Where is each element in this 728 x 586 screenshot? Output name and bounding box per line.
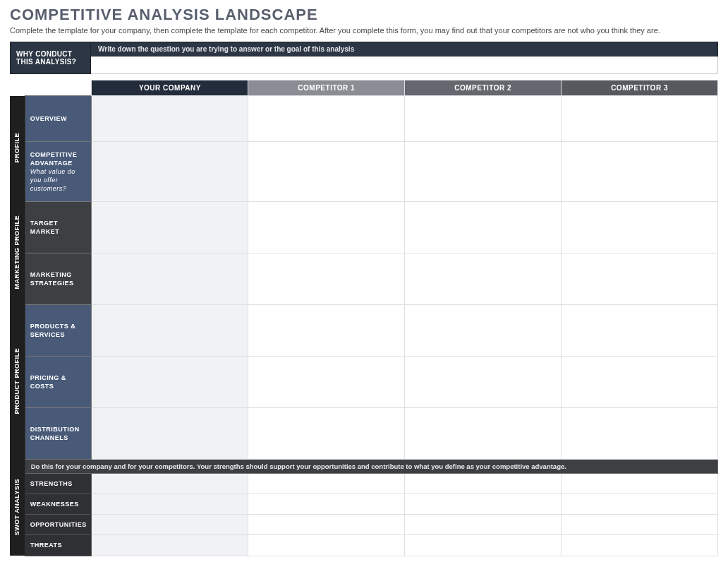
target-comp2[interactable] bbox=[405, 202, 562, 253]
section-profile: PROFILE bbox=[10, 96, 25, 202]
row-marketing-strategies: MARKETING STRATEGIES bbox=[25, 253, 92, 305]
distribution-company[interactable] bbox=[92, 408, 248, 460]
pricing-comp2[interactable] bbox=[405, 357, 562, 408]
strategies-company[interactable] bbox=[92, 253, 248, 305]
section-marketing: MARKETING PROFILE bbox=[10, 202, 25, 305]
overview-comp1[interactable] bbox=[248, 96, 405, 142]
pricing-comp3[interactable] bbox=[562, 357, 718, 408]
page-title: COMPETITIVE ANALYSIS LANDSCAPE bbox=[10, 6, 718, 24]
threats-comp1[interactable] bbox=[248, 535, 405, 556]
strengths-company[interactable] bbox=[92, 474, 248, 494]
strengths-comp2[interactable] bbox=[405, 474, 562, 494]
advantage-comp2[interactable] bbox=[405, 142, 562, 202]
distribution-comp1[interactable] bbox=[248, 408, 405, 460]
pricing-company[interactable] bbox=[92, 357, 248, 408]
overview-comp2[interactable] bbox=[405, 96, 562, 142]
col-competitor-2: COMPETITOR 2 bbox=[405, 80, 562, 96]
advantage-comp3[interactable] bbox=[562, 142, 718, 202]
col-competitor-1: COMPETITOR 1 bbox=[248, 80, 405, 96]
opportunities-company[interactable] bbox=[92, 515, 248, 535]
row-products-services: PRODUCTS & SERVICES bbox=[25, 305, 92, 357]
row-overview: OVERVIEW bbox=[25, 96, 92, 142]
weaknesses-comp3[interactable] bbox=[562, 494, 718, 515]
row-threats: THREATS bbox=[25, 535, 92, 556]
why-conduct-prompt: Write down the question you are trying t… bbox=[91, 42, 718, 56]
section-swot: SWOT ANALYSIS bbox=[10, 460, 25, 556]
products-comp3[interactable] bbox=[562, 305, 718, 357]
threats-company[interactable] bbox=[92, 535, 248, 556]
strengths-comp1[interactable] bbox=[248, 474, 405, 494]
threats-comp3[interactable] bbox=[562, 535, 718, 556]
why-conduct-label: WHY CONDUCT THIS ANALYSIS? bbox=[10, 42, 91, 74]
col-your-company: YOUR COMPANY bbox=[92, 80, 248, 96]
row-distribution-channels: DISTRIBUTION CHANNELS bbox=[25, 408, 92, 460]
weaknesses-company[interactable] bbox=[92, 494, 248, 515]
row-pricing-costs: PRICING & COSTS bbox=[25, 357, 92, 408]
row-strengths: STRENGTHS bbox=[25, 474, 92, 494]
overview-company[interactable] bbox=[92, 96, 248, 142]
target-comp3[interactable] bbox=[562, 202, 718, 253]
strategies-comp2[interactable] bbox=[405, 253, 562, 305]
opportunities-comp2[interactable] bbox=[405, 515, 562, 535]
row-opportunities: OPPORTUNITIES bbox=[25, 515, 92, 535]
weaknesses-comp1[interactable] bbox=[248, 494, 405, 515]
advantage-comp1[interactable] bbox=[248, 142, 405, 202]
opportunities-comp1[interactable] bbox=[248, 515, 405, 535]
why-conduct-input[interactable] bbox=[91, 56, 718, 74]
target-comp1[interactable] bbox=[248, 202, 405, 253]
distribution-comp2[interactable] bbox=[405, 408, 562, 460]
products-comp1[interactable] bbox=[248, 305, 405, 357]
row-competitive-advantage: COMPETITIVE ADVANTAGEWhat value do you o… bbox=[25, 142, 92, 202]
strategies-comp1[interactable] bbox=[248, 253, 405, 305]
row-target-market: TARGET MARKET bbox=[25, 202, 92, 253]
col-competitor-3: COMPETITOR 3 bbox=[562, 80, 718, 96]
swot-instruction: Do this for your company and for your co… bbox=[25, 460, 717, 474]
distribution-comp3[interactable] bbox=[562, 408, 718, 460]
opportunities-comp3[interactable] bbox=[562, 515, 718, 535]
pricing-comp1[interactable] bbox=[248, 357, 405, 408]
products-company[interactable] bbox=[92, 305, 248, 357]
target-company[interactable] bbox=[92, 202, 248, 253]
strategies-comp3[interactable] bbox=[562, 253, 718, 305]
strengths-comp3[interactable] bbox=[562, 474, 718, 494]
analysis-grid: YOUR COMPANY COMPETITOR 1 COMPETITOR 2 C… bbox=[10, 80, 718, 556]
page-subtitle: Complete the template for your company, … bbox=[10, 26, 718, 35]
row-weaknesses: WEAKNESSES bbox=[25, 494, 92, 515]
threats-comp2[interactable] bbox=[405, 535, 562, 556]
overview-comp3[interactable] bbox=[562, 96, 718, 142]
advantage-company[interactable] bbox=[92, 142, 248, 202]
products-comp2[interactable] bbox=[405, 305, 562, 357]
section-product: PRODUCT PROFILE bbox=[10, 305, 25, 460]
weaknesses-comp2[interactable] bbox=[405, 494, 562, 515]
